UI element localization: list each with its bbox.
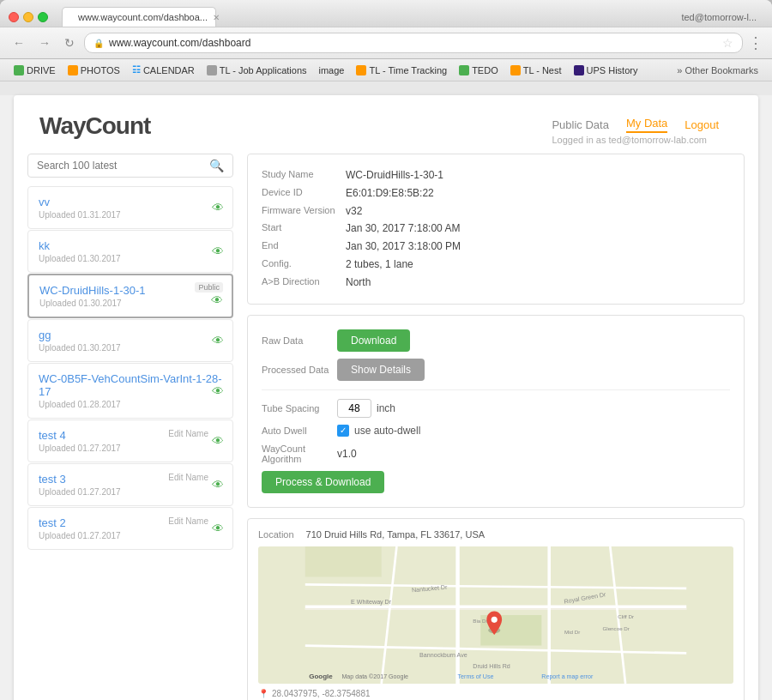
minimize-button[interactable] — [23, 12, 33, 22]
tl-time-icon — [356, 65, 366, 75]
svg-text:Report a map error: Report a map error — [541, 673, 594, 679]
header-nav: Public Data My Data Logout — [552, 112, 733, 133]
study-item-kk[interactable]: kk Uploaded 01.30.2017 👁 — [27, 230, 233, 273]
bookmark-calendar[interactable]: ☷ CALENDAR — [127, 63, 200, 77]
study-item-test3[interactable]: test 3 Uploaded 01.27.2017 Edit Name 👁 — [27, 463, 233, 506]
eye-icon-test3[interactable]: 👁 — [212, 478, 224, 492]
bookmark-photos[interactable]: PHOTOS — [63, 63, 125, 77]
algo-row: WayCount Algorithm v1.0 — [262, 444, 730, 464]
auto-dwell-checkbox[interactable] — [337, 425, 349, 437]
study-item-gg[interactable]: gg Uploaded 01.30.2017 👁 — [27, 319, 233, 362]
eye-icon-test2[interactable]: 👁 — [212, 522, 224, 535]
value-end: Jan 30, 2017 3:18:00 PM — [346, 239, 730, 254]
eye-icon-wc0b5f[interactable]: 👁 — [212, 384, 224, 398]
tedo-icon — [459, 65, 469, 75]
svg-text:Terms of Use: Terms of Use — [458, 673, 494, 679]
svg-text:Mid Dr: Mid Dr — [564, 629, 580, 635]
tab-close-icon[interactable]: ✕ — [213, 13, 220, 22]
back-button[interactable]: ← — [9, 34, 29, 51]
eye-icon-kk[interactable]: 👁 — [212, 244, 224, 258]
nav-my-data[interactable]: My Data — [626, 117, 667, 133]
edit-label-test3[interactable]: Edit Name — [168, 473, 208, 482]
active-tab[interactable]: www.waycount.com/dashboa... ✕ — [62, 7, 216, 27]
address-bar[interactable]: 🔒 www.waycount.com/dashboard ☆ — [84, 33, 743, 53]
study-item-wc0b5f[interactable]: WC-0B5F-VehCountSim-VarInt-1-28-17 Uploa… — [27, 363, 233, 419]
svg-text:Google: Google — [309, 672, 333, 679]
tube-spacing-inputs: inch — [337, 399, 395, 418]
eye-icon-test4[interactable]: 👁 — [212, 434, 224, 448]
ups-icon — [574, 65, 584, 75]
value-firmware: v32 — [346, 204, 730, 219]
search-input[interactable] — [37, 160, 209, 172]
edit-label-test4[interactable]: Edit Name — [168, 429, 208, 438]
study-item-vv[interactable]: vv Uploaded 01.31.2017 👁 — [27, 186, 233, 229]
raw-data-row: Raw Data Download — [262, 329, 730, 352]
download-button[interactable]: Download — [337, 329, 410, 352]
bookmark-other[interactable]: » Other Bookmarks — [672, 63, 763, 77]
browser-user: ted@tomorrow-l... — [681, 12, 757, 22]
map-card: Location 710 Druid Hills Rd, Tampa, FL 3… — [247, 518, 745, 700]
eye-icon-gg[interactable]: 👁 — [212, 334, 224, 347]
svg-text:Bannockburn Ave: Bannockburn Ave — [419, 651, 467, 658]
site-logo: WayCount — [39, 112, 150, 140]
study-item-wc-druidhills[interactable]: WC-DruidHills-1-30-1 Uploaded 01.30.2017… — [27, 274, 233, 318]
photos-icon — [68, 65, 78, 75]
title-bar: www.waycount.com/dashboa... ✕ ted@tomorr… — [0, 0, 772, 27]
coordinates-text: 28.0437975, -82.3754881 — [272, 689, 371, 698]
page-inner: WayCount Public Data My Data Logout Logg… — [14, 95, 758, 700]
calendar-icon: ☷ — [132, 64, 141, 75]
forward-button[interactable]: → — [34, 34, 55, 51]
close-button[interactable] — [9, 12, 19, 22]
eye-icon-vv[interactable]: 👁 — [212, 201, 224, 214]
label-ab: A>B Direction — [262, 275, 339, 290]
tl-jobs-icon — [207, 65, 217, 75]
tube-spacing-label: Tube Spacing — [262, 403, 330, 413]
study-item-test4[interactable]: test 4 Uploaded 01.27.2017 Edit Name 👁 — [27, 419, 233, 462]
coords-pin-icon: 📍 — [258, 689, 268, 698]
search-bar[interactable]: 🔍 — [27, 154, 233, 178]
menu-icon[interactable]: ⋮ — [748, 33, 763, 52]
bookmark-tl-jobs[interactable]: TL - Job Applications — [202, 63, 312, 77]
refresh-button[interactable]: ↻ — [60, 34, 79, 51]
site-header: WayCount Public Data My Data Logout Logg… — [14, 95, 758, 154]
eye-icon-druidhills[interactable]: 👁 — [211, 293, 223, 307]
value-study-name: WC-DruidHills-1-30-1 — [346, 168, 730, 183]
show-details-button[interactable]: Show Details — [337, 359, 425, 381]
nav-public-data[interactable]: Public Data — [552, 118, 608, 131]
value-ab: North — [346, 275, 730, 290]
svg-text:Druid Hills Rd: Druid Hills Rd — [473, 663, 510, 670]
label-start: Start — [262, 221, 339, 236]
bookmark-star-icon[interactable]: ☆ — [722, 36, 733, 50]
svg-text:Cliff Dr: Cliff Dr — [618, 613, 634, 619]
auto-dwell-label: Auto Dwell — [262, 425, 330, 436]
bookmark-image[interactable]: image — [314, 63, 350, 77]
bookmark-tl-time[interactable]: TL - Time Tracking — [351, 63, 452, 77]
raw-data-label: Raw Data — [262, 335, 330, 346]
label-end: End — [262, 239, 339, 254]
study-item-test2[interactable]: test 2 Uploaded 01.27.2017 Edit Name 👁 — [27, 507, 233, 550]
detail-grid: Study Name WC-DruidHills-1-30-1 Device I… — [262, 168, 730, 290]
study-date-test2: Uploaded 01.27.2017 — [39, 531, 222, 540]
tube-spacing-row: Tube Spacing inch — [262, 399, 730, 418]
map-container: Royal Green Dr Nantucket Dr Bia Dr Mid D… — [258, 546, 733, 684]
map-svg: Royal Green Dr Nantucket Dr Bia Dr Mid D… — [258, 546, 733, 684]
bookmark-ups[interactable]: UPS History — [569, 63, 643, 77]
location-address: 710 Druid Hills Rd, Tampa, FL 33617, USA — [306, 529, 486, 540]
traffic-lights — [9, 12, 48, 22]
bookmark-drive[interactable]: DRIVE — [9, 63, 61, 77]
bookmark-tl-nest[interactable]: TL - Nest — [505, 63, 567, 77]
study-date-test3: Uploaded 01.27.2017 — [39, 487, 222, 497]
browser-window: www.waycount.com/dashboa... ✕ ted@tomorr… — [0, 0, 772, 700]
study-date-druidhills: Uploaded 01.30.2017 — [39, 299, 221, 308]
label-device-id: Device ID — [262, 186, 339, 201]
svg-text:Map data ©2017 Google: Map data ©2017 Google — [341, 673, 408, 679]
edit-label-test2[interactable]: Edit Name — [168, 516, 208, 526]
maximize-button[interactable] — [38, 12, 48, 22]
page-content: WayCount Public Data My Data Logout Logg… — [0, 95, 772, 700]
auto-dwell-row: Auto Dwell use auto-dwell — [262, 425, 730, 437]
process-download-button[interactable]: Process & Download — [262, 471, 384, 493]
bookmark-tedo[interactable]: TEDO — [454, 63, 504, 77]
tube-spacing-input[interactable] — [337, 399, 371, 418]
nav-logout[interactable]: Logout — [685, 118, 719, 131]
main-layout: 🔍 vv Uploaded 01.31.2017 👁 kk Uploaded 0 — [14, 154, 758, 700]
